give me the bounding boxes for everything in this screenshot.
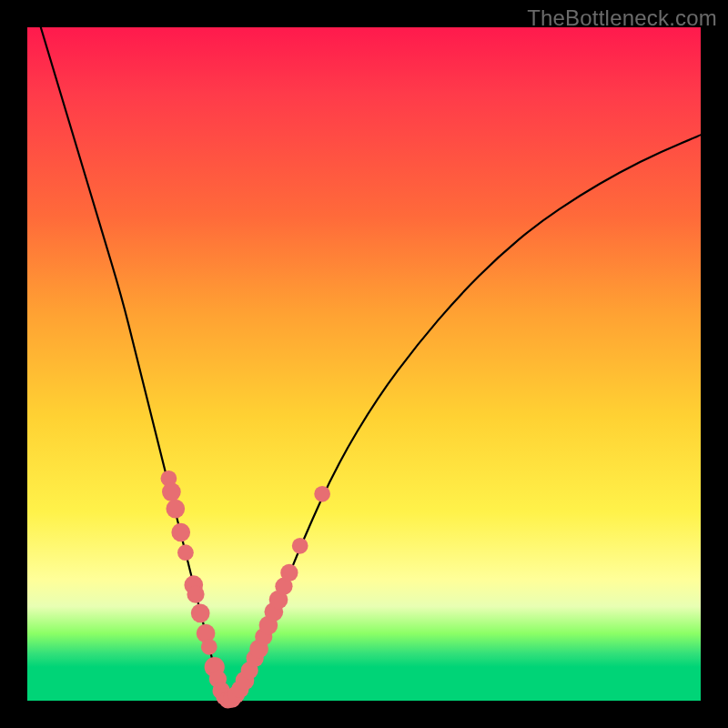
curve-marker-left: [187, 585, 204, 602]
curve-marker-right: [314, 486, 330, 502]
curve-markers: [161, 470, 330, 709]
curve-marker-right: [292, 538, 308, 554]
curve-marker-right: [280, 564, 298, 581]
curve-marker-left: [177, 544, 194, 561]
chart-frame: TheBottleneck.com: [0, 0, 728, 728]
plot-area: [27, 27, 701, 701]
bottleneck-curve: [41, 27, 701, 700]
curve-svg: [27, 27, 701, 701]
curve-marker-left: [191, 603, 210, 622]
curve-marker-left: [201, 639, 217, 655]
curve-marker-left: [166, 500, 185, 519]
curve-marker-left: [171, 523, 190, 542]
curve-marker-left: [162, 482, 181, 501]
